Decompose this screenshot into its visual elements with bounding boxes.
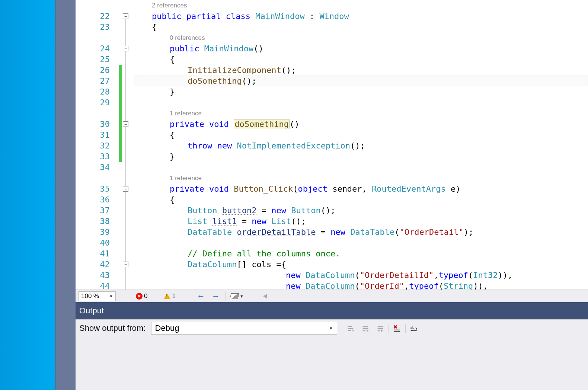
line-number: 42: [76, 259, 110, 270]
line-number: 33: [76, 151, 110, 162]
error-count: 0: [144, 292, 147, 300]
line-number: 27: [76, 76, 110, 86]
line-number: 44: [76, 281, 110, 290]
line-number: 36: [76, 194, 110, 205]
fold-toggle[interactable]: [123, 121, 128, 127]
zoom-combo[interactable]: 100 % ▼: [79, 291, 116, 301]
separator: [405, 325, 406, 333]
codelens-hint[interactable]: 0 references: [134, 32, 588, 43]
chevron-down-icon: ▼: [240, 294, 244, 298]
code-line[interactable]: new DataColumn("OrderId",typeof(String))…: [134, 281, 588, 290]
editor-status-bar: 100 % ▼ ✕ 0 1 ← → ▼: [76, 290, 588, 302]
line-number: 35: [76, 183, 110, 194]
output-from-label: Show output from:: [79, 322, 146, 333]
fold-toggle[interactable]: [123, 13, 128, 19]
codelens-hint[interactable]: 1 reference: [134, 173, 588, 183]
code-line[interactable]: List list1 = new List();: [134, 216, 588, 227]
code-line[interactable]: Button button2 = new Button();: [134, 205, 588, 216]
track-changes-button[interactable]: ▼: [230, 293, 244, 299]
line-number: 40: [76, 237, 110, 248]
svg-text:ab: ab: [410, 326, 414, 329]
clear-all-button[interactable]: [390, 322, 404, 335]
desktop-strip: [0, 0, 55, 390]
separator: [226, 292, 226, 300]
line-number: 26: [76, 65, 110, 76]
line-number: [76, 108, 110, 119]
scroll-left-icon[interactable]: [263, 294, 267, 298]
code-line[interactable]: [134, 97, 588, 108]
zoom-value: 100 %: [81, 292, 99, 300]
line-number: [76, 0, 110, 11]
line-number: 39: [76, 227, 110, 237]
code-line[interactable]: InitializeComponent();: [134, 65, 588, 76]
editor-main-area: 2223242526272829303132333435363738394041…: [76, 0, 588, 390]
codelens-hint[interactable]: 2 references: [134, 0, 588, 11]
code-line[interactable]: {: [134, 194, 588, 205]
fold-toggle[interactable]: [123, 46, 128, 51]
fold-toggle[interactable]: [123, 186, 128, 192]
line-number: 29: [76, 97, 110, 108]
code-line[interactable]: DataTable orderDetailTable = new DataTab…: [134, 227, 588, 237]
find-message-button: [344, 322, 357, 335]
code-line[interactable]: DataColumn[] cols ={: [134, 259, 588, 270]
line-number: 41: [76, 248, 110, 259]
line-number: 38: [76, 216, 110, 227]
line-number: 23: [76, 22, 110, 32]
collapsed-panel[interactable]: [55, 0, 76, 390]
code-line[interactable]: {: [134, 130, 588, 140]
code-line[interactable]: public partial class MainWindow : Window: [134, 11, 588, 22]
chevron-down-icon: ▼: [109, 294, 113, 298]
editor-gutter: 2223242526272829303132333435363738394041…: [76, 0, 134, 290]
line-number: 25: [76, 54, 110, 65]
change-marker: [119, 65, 122, 162]
line-number: 43: [76, 270, 110, 281]
line-number: 34: [76, 162, 110, 173]
line-number: 24: [76, 43, 110, 54]
fold-toggle[interactable]: [123, 262, 128, 267]
error-indicator[interactable]: ✕ 0: [136, 292, 147, 300]
warning-count: 1: [172, 292, 175, 300]
output-title: Output: [79, 306, 104, 316]
code-line[interactable]: }: [134, 86, 588, 97]
warning-icon: [164, 293, 170, 299]
output-source-value: Debug: [155, 323, 179, 333]
word-wrap-button[interactable]: ab: [407, 322, 421, 335]
code-line[interactable]: // Define all the columns once.: [134, 248, 588, 259]
output-toolbar: Show output from: Debug ▼ ab: [76, 319, 588, 390]
line-number: 37: [76, 205, 110, 216]
code-line[interactable]: {: [134, 22, 588, 32]
output-source-combo[interactable]: Debug ▼: [151, 322, 337, 335]
code-line[interactable]: private void Button_Click(object sender,…: [134, 183, 588, 194]
code-line[interactable]: }: [134, 151, 588, 162]
line-number: [76, 32, 110, 43]
prev-message-button: [359, 322, 372, 335]
chevron-down-icon: ▼: [329, 326, 333, 330]
code-editor[interactable]: 2223242526272829303132333435363738394041…: [76, 0, 588, 290]
line-number: [76, 173, 110, 183]
line-number: 30: [76, 119, 110, 130]
code-line[interactable]: throw new NotImplementedException();: [134, 140, 588, 151]
codelens-hint[interactable]: 1 reference: [134, 108, 588, 119]
next-message-button: [374, 322, 387, 335]
code-line[interactable]: {: [134, 54, 588, 65]
warning-indicator[interactable]: 1: [164, 292, 175, 300]
code-content[interactable]: 2 referencespublic partial class MainWin…: [134, 0, 588, 290]
line-number: 31: [76, 130, 110, 140]
eraser-icon: [230, 293, 239, 299]
code-line[interactable]: [134, 237, 588, 248]
code-line[interactable]: [134, 162, 588, 173]
line-number: 28: [76, 86, 110, 97]
code-line[interactable]: public MainWindow(): [134, 43, 588, 54]
separator: [389, 325, 389, 333]
fold-column: [123, 0, 130, 290]
output-panel-header[interactable]: Output: [76, 302, 588, 319]
line-number: 32: [76, 140, 110, 151]
line-number: 22: [76, 11, 110, 22]
error-icon: ✕: [136, 293, 143, 300]
nav-back-button[interactable]: ←: [196, 291, 206, 301]
code-line[interactable]: doSomething();: [134, 76, 588, 86]
code-line[interactable]: new DataColumn("OrderDetailId",typeof(In…: [134, 270, 588, 281]
nav-forward-button[interactable]: →: [211, 291, 221, 301]
code-line[interactable]: private void doSomething(): [134, 119, 588, 130]
